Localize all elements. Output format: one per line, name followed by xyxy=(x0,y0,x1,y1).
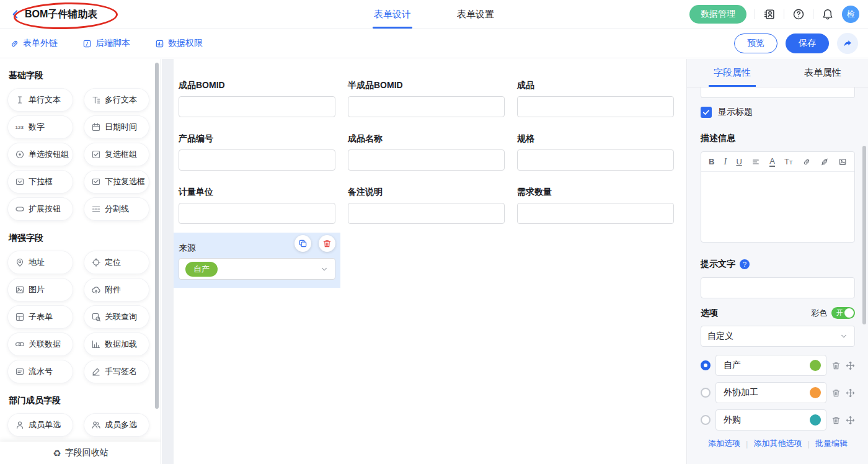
options-source-select[interactable]: 自定义 xyxy=(701,326,855,347)
field-input[interactable] xyxy=(179,149,335,171)
option-color-dot[interactable] xyxy=(810,414,821,426)
canvas-field[interactable]: 计量单位 xyxy=(179,187,335,224)
sidebar-item-address[interactable]: 地址 xyxy=(8,251,73,274)
delete-field-button[interactable] xyxy=(319,235,335,252)
sidebar-item-radio-group[interactable]: 单选按钮组 xyxy=(8,143,73,166)
canvas-field[interactable]: 成品BOMID xyxy=(179,80,335,117)
option-label-input[interactable]: 自产 xyxy=(715,355,826,376)
canvas-field[interactable]: 成品 xyxy=(517,80,674,117)
toolbar-link-data-permission[interactable]: 数据权限 xyxy=(155,38,203,49)
avatar[interactable]: 检 xyxy=(842,6,859,23)
selected-field-source[interactable]: 来源 自产 xyxy=(174,233,340,288)
canvas-field[interactable]: 规格 xyxy=(517,133,674,171)
sidebar-item-attachment[interactable]: 附件 xyxy=(84,279,149,301)
link-icon[interactable] xyxy=(802,158,811,166)
move-option-icon[interactable] xyxy=(846,361,855,370)
sidebar-item-member-multi[interactable]: 成员多选 xyxy=(84,414,149,436)
canvas-field[interactable]: 需求数量 xyxy=(517,187,674,224)
sidebar-item-linked-query[interactable]: 关联查询 xyxy=(84,306,149,328)
notification-bell-icon[interactable] xyxy=(822,8,834,20)
italic-icon[interactable]: I xyxy=(724,158,727,166)
move-option-icon[interactable] xyxy=(846,388,855,398)
field-input[interactable] xyxy=(517,149,674,171)
option-color-dot[interactable] xyxy=(810,387,821,398)
delete-option-icon[interactable] xyxy=(831,416,841,425)
sidebar-item-checkbox-group[interactable]: 复选框组 xyxy=(84,143,149,166)
sidebar-item-single-line-text[interactable]: 单行文本 xyxy=(8,89,73,111)
option-rows: 自产外协加工外购 xyxy=(701,355,855,431)
canvas-field[interactable]: 半成品BOMID xyxy=(348,80,505,117)
option-radio-selected[interactable] xyxy=(701,360,711,370)
option-link-0[interactable]: 添加选项 xyxy=(708,438,740,449)
share-button[interactable] xyxy=(837,33,858,54)
option-radio[interactable] xyxy=(701,415,711,425)
toolbar-link-external-link[interactable]: 表单外链 xyxy=(10,38,58,49)
copy-field-button[interactable] xyxy=(294,235,311,252)
underline-icon[interactable]: U xyxy=(736,158,742,166)
field-input[interactable] xyxy=(517,203,674,224)
description-editor-body[interactable] xyxy=(701,172,854,243)
sidebar-item-datetime[interactable]: 日期时间 xyxy=(84,116,149,138)
panel-scrollbar[interactable] xyxy=(862,146,866,324)
question-circle-icon[interactable]: ? xyxy=(740,259,750,269)
field-input[interactable] xyxy=(179,203,335,224)
sidebar-item-image[interactable]: 图片 xyxy=(8,279,73,301)
sidebar-item-multi-line-text[interactable]: 多行文本 xyxy=(84,89,149,111)
sidebar-item-extend-button[interactable]: 扩展按钮 xyxy=(8,198,73,220)
tab-form-settings[interactable]: 表单设置 xyxy=(456,0,495,29)
field-input[interactable] xyxy=(517,96,674,117)
show-title-checkbox-row[interactable]: 显示标题 xyxy=(701,107,855,118)
data-manage-button[interactable]: 数据管理 xyxy=(689,5,746,24)
tab-field-properties[interactable]: 字段属性 xyxy=(687,59,777,87)
delete-option-icon[interactable] xyxy=(831,388,841,398)
field-title-input-partial[interactable] xyxy=(701,87,855,98)
move-option-icon[interactable] xyxy=(846,416,855,425)
align-icon[interactable] xyxy=(751,158,760,166)
source-select[interactable]: 自产 xyxy=(179,258,335,280)
color-toggle[interactable]: 开 xyxy=(831,307,855,319)
help-icon[interactable] xyxy=(792,8,805,20)
field-input[interactable] xyxy=(348,96,505,117)
delete-option-icon[interactable] xyxy=(831,361,841,370)
selected-field-actions xyxy=(294,235,335,252)
option-link-1[interactable]: 添加其他选项 xyxy=(754,438,802,449)
field-input[interactable] xyxy=(348,149,505,171)
bold-icon[interactable]: B xyxy=(709,158,714,166)
field-recycle-bin[interactable]: ♻ 字段回收站 xyxy=(0,442,161,464)
save-button[interactable]: 保存 xyxy=(786,33,829,53)
sidebar-item-number[interactable]: 123数字 xyxy=(8,116,73,138)
sidebar-item-signature[interactable]: 手写签名 xyxy=(84,360,149,383)
option-label-input[interactable]: 外购 xyxy=(715,409,826,431)
option-label-input[interactable]: 外协加工 xyxy=(715,382,826,403)
sidebar-item-data-load[interactable]: 数据加载 xyxy=(84,333,149,355)
checkbox-checked-icon[interactable] xyxy=(701,107,712,118)
sidebar-item-divider[interactable]: 分割线 xyxy=(84,198,149,220)
sidebar-item-subform[interactable]: 子表单 xyxy=(8,306,73,328)
option-radio[interactable] xyxy=(701,388,711,398)
sidebar-item-locate[interactable]: 定位 xyxy=(84,251,149,274)
canvas-field[interactable]: 备注说明 xyxy=(348,187,505,224)
canvas-field[interactable]: 成品名称 xyxy=(348,133,505,171)
tab-form-design[interactable]: 表单设计 xyxy=(373,0,412,29)
unlink-icon[interactable] xyxy=(820,158,829,166)
canvas-field[interactable]: 产品编号 xyxy=(179,133,335,171)
contacts-icon[interactable] xyxy=(763,8,776,20)
preview-button[interactable]: 预览 xyxy=(734,33,777,53)
tab-form-properties[interactable]: 表单属性 xyxy=(777,59,868,87)
sidebar-item-serial-number[interactable]: 流水号 xyxy=(8,360,73,383)
insert-image-icon[interactable] xyxy=(838,158,847,166)
sidebar-item-select[interactable]: 下拉框 xyxy=(8,171,73,193)
hint-text-input[interactable] xyxy=(701,277,855,298)
sidebar-item-linked-data[interactable]: 关联数据 xyxy=(8,333,73,355)
sidebar-scrollbar[interactable] xyxy=(155,63,159,409)
sidebar-item-multi-select[interactable]: 下拉复选框 xyxy=(84,171,149,193)
option-color-dot[interactable] xyxy=(810,360,821,371)
toolbar-link-backend-script[interactable]: 后端脚本 xyxy=(82,38,130,49)
option-link-2[interactable]: 批量编辑 xyxy=(815,438,848,449)
field-input[interactable] xyxy=(179,96,335,117)
font-size-icon[interactable]: TT xyxy=(784,158,792,166)
font-color-icon[interactable]: A xyxy=(769,157,775,167)
field-input[interactable] xyxy=(348,203,505,224)
sidebar-item-member-single[interactable]: 成员单选 xyxy=(8,414,73,436)
back-icon[interactable] xyxy=(10,9,21,20)
